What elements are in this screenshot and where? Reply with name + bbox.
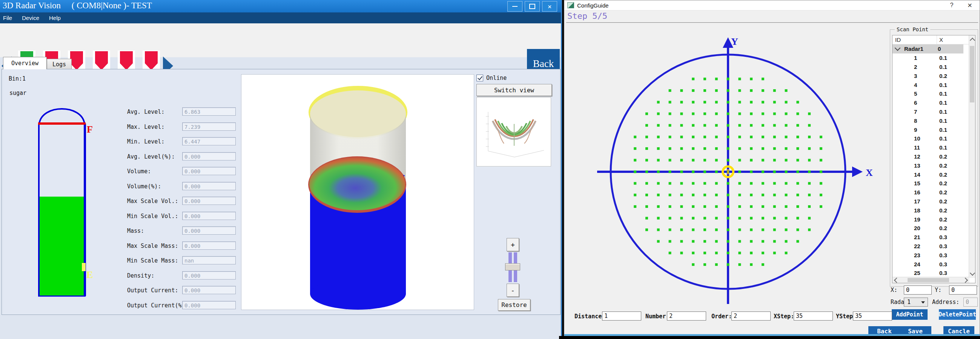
scan-dot [692, 101, 694, 104]
scan-dot [703, 112, 706, 115]
tab-overview[interactable]: Overview [3, 57, 47, 69]
scan-point-row[interactable]: 80.1 [892, 116, 975, 125]
field-value[interactable]: 0.000 [182, 227, 236, 234]
field-value[interactable]: 0.000 [182, 152, 236, 160]
scan-plot[interactable]: X Y [566, 24, 887, 313]
delete-point-button[interactable]: DeletePoint [939, 309, 976, 320]
scan-point-row[interactable]: 40.1 [892, 80, 975, 89]
column-header-x[interactable]: X [937, 36, 943, 43]
online-checkbox[interactable] [476, 74, 483, 81]
scan-point-row[interactable]: 20.1 [892, 63, 975, 71]
scan-point-row[interactable]: 240.3 [892, 260, 975, 269]
close-button[interactable]: ✕ [542, 1, 557, 12]
minimize-icon [512, 6, 517, 7]
vertical-scrollbar[interactable] [969, 35, 975, 278]
field-value[interactable]: 0.000 [182, 212, 236, 220]
field-value[interactable]: 0.000 [182, 167, 236, 175]
scan-point-row[interactable]: 110.1 [892, 143, 975, 152]
scroll-right-icon[interactable] [963, 277, 968, 283]
scan-point-row[interactable]: 30.2 [892, 71, 975, 80]
dialog-close-button[interactable]: ✕ [961, 0, 978, 10]
field-value[interactable]: 0.000 [182, 286, 236, 294]
field-value[interactable]: 0.000 [182, 241, 236, 250]
zoom-in-button[interactable]: + [507, 238, 519, 251]
scan-point-id: 23 [892, 252, 937, 258]
radar-select[interactable]: 1 [904, 298, 928, 307]
field-label: Min Scale Mass: [127, 257, 178, 264]
scan-point-row[interactable]: 210.3 [892, 233, 975, 242]
scan-point-row[interactable]: 180.2 [892, 206, 975, 215]
param-field[interactable]: 2 [732, 312, 771, 320]
zoom-slider-handle[interactable] [505, 263, 520, 271]
field-value[interactable]: 0.000 [182, 271, 236, 279]
tab-logs[interactable]: Logs [47, 59, 72, 69]
tank-3d-render [242, 74, 474, 310]
scan-dot [762, 217, 764, 220]
table-header: ID X [892, 35, 975, 44]
param-field[interactable]: 1 [602, 312, 641, 320]
scan-point-table[interactable]: ID X Radar1010.120.130.240.150.160.170.1… [892, 35, 975, 283]
minimize-button[interactable] [508, 1, 522, 12]
scan-dot [727, 124, 730, 127]
scan-point-row[interactable]: 120.2 [892, 152, 975, 161]
scan-dot [785, 136, 788, 138]
field-value[interactable]: 6.447 [182, 137, 236, 146]
scan-point-row[interactable]: 130.2 [892, 161, 975, 170]
scan-dot [692, 229, 694, 231]
dialog-help-button[interactable]: ? [943, 0, 960, 10]
vertical-scroll-thumb[interactable] [970, 46, 974, 103]
scan-point-row[interactable]: 160.2 [892, 188, 975, 197]
scan-point-row[interactable]: 250.3 [892, 269, 975, 277]
tank-3d-view[interactable] [241, 74, 474, 310]
menu-item-file[interactable]: File [3, 15, 12, 21]
scan-point-row[interactable]: 100.1 [892, 134, 975, 143]
param-field[interactable]: 35 [794, 312, 833, 320]
field-value[interactable]: 0.000 [182, 301, 236, 309]
field-value[interactable]: 7.239 [182, 122, 236, 131]
maximize-button[interactable] [525, 1, 540, 12]
column-header-id[interactable]: ID [892, 35, 937, 44]
scan-point-row[interactable]: 70.1 [892, 107, 975, 116]
scan-point-row[interactable]: 190.2 [892, 215, 975, 224]
field-value[interactable]: 6.863 [182, 107, 236, 116]
scan-dot [669, 147, 671, 150]
add-point-button[interactable]: AddPoint [892, 309, 928, 320]
scroll-down-icon[interactable] [970, 271, 975, 276]
scan-point-row[interactable]: 230.3 [892, 250, 975, 260]
address-field[interactable]: 0 [963, 298, 978, 307]
scan-point-row[interactable]: 90.1 [892, 125, 975, 134]
scan-point-row[interactable]: 170.2 [892, 197, 975, 206]
param-field[interactable]: 2 [667, 312, 706, 320]
scan-dot [785, 89, 788, 92]
scan-point-row[interactable]: 50.1 [892, 89, 975, 98]
scan-point-id: 5 [892, 90, 937, 97]
scan-point-row[interactable]: 220.3 [892, 242, 975, 251]
scan-point-id: 22 [892, 243, 937, 249]
restore-button[interactable]: Restore [498, 299, 530, 311]
field-value[interactable]: 0.000 [182, 196, 236, 205]
scan-dot [669, 252, 671, 254]
scan-point-row[interactable]: 60.1 [892, 98, 975, 107]
x-field[interactable]: 0 [904, 285, 932, 295]
scan-dot [750, 159, 752, 162]
scan-point-row[interactable]: 140.2 [892, 170, 975, 179]
scan-point-row[interactable]: 200.2 [892, 224, 975, 233]
field-value[interactable]: nan [182, 256, 236, 265]
horizontal-scroll-thumb[interactable] [908, 278, 949, 282]
horizontal-scrollbar[interactable] [892, 277, 969, 283]
menu-item-help[interactable]: Help [49, 15, 61, 21]
param-field[interactable]: 35 [853, 312, 892, 320]
scroll-up-icon[interactable] [970, 38, 975, 43]
surface-preview-panel[interactable] [476, 97, 551, 166]
zoom-out-button[interactable]: - [507, 284, 519, 297]
y-field[interactable]: 0 [949, 285, 977, 295]
switch-view-button[interactable]: Switch view [476, 84, 552, 96]
scan-point-row[interactable]: 150.2 [892, 179, 975, 188]
scroll-left-icon[interactable] [894, 277, 899, 283]
scan-point-row[interactable]: 10.1 [892, 54, 975, 63]
scan-point-row[interactable]: Radar10 [892, 44, 963, 54]
field-value[interactable]: 0.000 [182, 182, 236, 190]
radar-address-row: Radar: 1 Address: 0 [891, 298, 978, 307]
scan-dot [820, 171, 822, 173]
menu-item-device[interactable]: Device [22, 15, 39, 21]
